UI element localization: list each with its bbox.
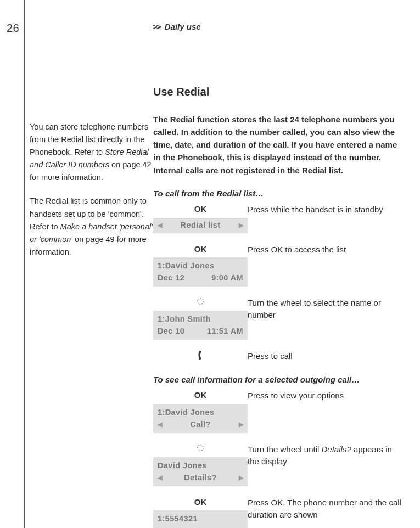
step-row: 1:John Smith Dec 10 11:51 AM Turn the wh… — [153, 296, 403, 340]
header-title: Daily use — [165, 22, 201, 31]
display-date: Dec 10 — [158, 325, 184, 337]
section-title: Use Redial — [153, 83, 403, 100]
header-prefix: >> — [153, 22, 160, 31]
step-description: Turn the wheel to select the name or num… — [248, 296, 403, 322]
step-description: Turn the wheel until Details? appears in… — [248, 443, 403, 468]
phone-display: ◀ Redial list ▶ — [153, 218, 248, 233]
display-text: Call? — [162, 418, 238, 430]
display-time: 11:51 AM — [207, 325, 243, 337]
step-row: OK 1:David Jones Dec 12 9:00 AM Press OK… — [153, 243, 403, 287]
ok-button-label: OK — [153, 203, 248, 216]
nav-left-icon: ◀ — [158, 221, 162, 230]
page-number: 26 — [7, 20, 19, 36]
left-rule — [24, 0, 25, 528]
call-icon — [153, 350, 248, 362]
display-line1: 1:5554321 — [158, 513, 243, 525]
nav-left-icon: ◀ — [158, 473, 162, 482]
step-description: Press to call — [248, 350, 403, 363]
phone-display: 1:David Jones ◀ Call? ▶ — [153, 404, 248, 433]
ok-button-label: OK — [153, 243, 248, 256]
subhead-call-info: To see call information for a selected o… — [153, 374, 403, 386]
display-date: Dec 12 — [158, 272, 184, 284]
nav-right-icon: ▶ — [239, 473, 243, 482]
wheel-icon — [153, 296, 248, 308]
text-italic: Details? — [322, 445, 351, 454]
display-line1: David Jones — [158, 459, 243, 471]
ok-button-label: OK — [153, 496, 248, 509]
step-description: Press OK. The phone number and the call … — [248, 496, 403, 521]
display-label: Time: — [158, 525, 180, 528]
nav-left-icon: ◀ — [158, 420, 162, 429]
phone-display: 1:David Jones Dec 12 9:00 AM — [153, 257, 248, 287]
text: Turn the wheel until — [248, 445, 322, 454]
phone-display: 1:John Smith Dec 10 11:51 AM — [153, 311, 248, 340]
display-line1: 1:David Jones — [158, 260, 243, 272]
svg-point-1 — [198, 445, 204, 451]
display-line1: 1:David Jones — [158, 406, 243, 418]
phone-display: 1:5554321 Time: 1:02:14 — [153, 510, 248, 528]
step-description: Press OK to access the list — [248, 243, 403, 256]
step-description: Press while the handset is in standby — [248, 203, 403, 216]
display-time: 9:00 AM — [211, 272, 243, 284]
sidebar-para-1: You can store telephone numbers from the… — [30, 121, 153, 184]
step-row: Press to call — [153, 350, 403, 364]
step-row: OK 1:David Jones ◀ Call? ▶ Press to view… — [153, 389, 403, 432]
display-text: Redial list — [162, 220, 238, 232]
step-description: Press to view your options — [248, 389, 403, 402]
step-row: OK ◀ Redial list ▶ Press while the hands… — [153, 203, 403, 233]
nav-right-icon: ▶ — [239, 221, 243, 230]
nav-right-icon: ▶ — [239, 420, 243, 429]
running-header: >> Daily use — [153, 21, 420, 33]
step-row: David Jones ◀ Details? ▶ Turn the wheel … — [153, 443, 403, 486]
display-duration: 1:02:14 — [214, 525, 243, 528]
sidebar-para-2: The Redial list is common only to handse… — [30, 195, 153, 259]
ok-button-label: OK — [153, 389, 248, 402]
phone-display: David Jones ◀ Details? ▶ — [153, 457, 248, 486]
sidebar-notes: You can store telephone numbers from the… — [30, 102, 153, 270]
subhead-call-redial: To call from the Redial list… — [153, 188, 403, 200]
display-text: Details? — [162, 471, 238, 484]
svg-point-0 — [198, 299, 204, 305]
step-row: OK 1:5554321 Time: 1:02:14 Press OK. The… — [153, 496, 403, 528]
wheel-icon — [153, 443, 248, 455]
intro-paragraph: The Redial function stores the last 24 t… — [153, 113, 403, 177]
display-line1: 1:John Smith — [158, 313, 243, 325]
